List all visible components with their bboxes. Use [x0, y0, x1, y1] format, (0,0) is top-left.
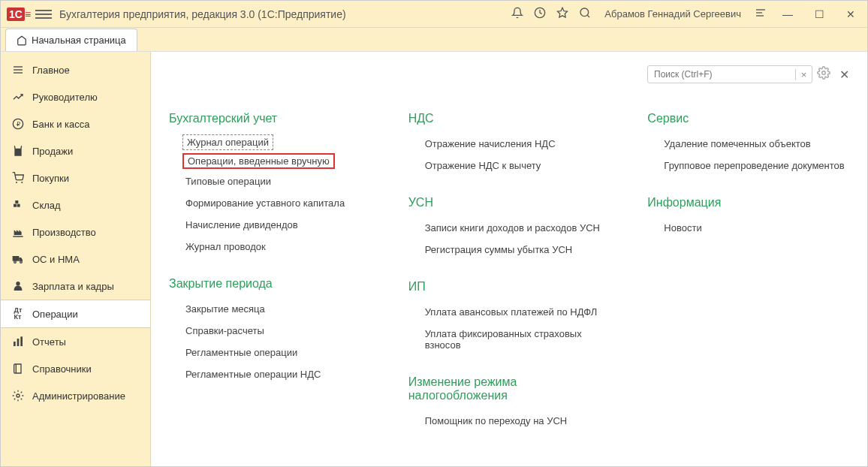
section-title: ИП — [408, 280, 610, 294]
logo-1c: 1C≡ — [7, 8, 31, 20]
sidebar-item-label: ОС и НМА — [32, 254, 80, 265]
bell-icon[interactable] — [511, 7, 523, 22]
sidebar-item-3[interactable]: Продажи — [1, 137, 150, 164]
svg-rect-23 — [20, 336, 23, 346]
factory-icon — [11, 225, 25, 239]
user-name[interactable]: Абрамов Геннадий Сергеевич — [604, 8, 741, 20]
books-icon — [11, 362, 25, 375]
menu-link[interactable]: Формирование уставного капитала — [169, 194, 345, 212]
svg-rect-15 — [17, 204, 20, 207]
sidebar-item-label: Администрирование — [32, 390, 125, 402]
sidebar-item-label: Операции — [32, 309, 78, 320]
sidebar-item-12[interactable]: Администрирование — [1, 382, 150, 409]
titlebar: 1C≡ Бухгалтерия предприятия, редакция 3.… — [1, 1, 867, 28]
sidebar-item-label: Главное — [32, 65, 70, 76]
menu-link[interactable]: Отражение НДС к вычету — [408, 156, 541, 175]
sidebar-item-4[interactable]: Покупки — [1, 164, 150, 191]
svg-line-3 — [587, 15, 589, 17]
section-title: НДС — [408, 112, 610, 125]
person-icon — [11, 279, 25, 293]
search-clear-button[interactable]: × — [795, 69, 812, 80]
cart-icon — [11, 171, 25, 185]
sidebar-item-label: Покупки — [32, 173, 69, 184]
sidebar-item-11[interactable]: Справочники — [1, 355, 150, 382]
section-title: УСН — [408, 196, 610, 209]
maximize-button[interactable]: ☐ — [809, 8, 830, 20]
menu-link[interactable]: Записи книги доходов и расходов УСН — [408, 218, 600, 237]
menu-link[interactable]: Справки-расчеты — [169, 321, 264, 340]
menu-link[interactable]: Типовые операции — [169, 172, 271, 191]
tab-label: Начальная страница — [32, 35, 126, 46]
menu-link[interactable]: Уплата фиксированных страховых взносов — [408, 324, 610, 354]
sidebar-item-0[interactable]: Главное — [1, 56, 150, 83]
minimize-button[interactable]: — — [777, 8, 798, 20]
sidebar-item-label: Справочники — [32, 363, 92, 375]
gear-icon — [11, 389, 25, 402]
menu-link[interactable]: Журнал операций — [182, 134, 273, 150]
dtkt-icon: ДтКт — [11, 307, 25, 321]
sidebar: ГлавноеРуководителю₽Банк и кассаПродажиП… — [1, 52, 151, 467]
content-area: × ✕ Бухгалтерский учетЖурнал операцийОпе… — [151, 52, 867, 467]
sidebar-item-label: Руководителю — [32, 92, 98, 103]
close-panel-button[interactable]: ✕ — [839, 68, 849, 82]
truck-icon — [11, 252, 25, 266]
tab-home[interactable]: Начальная страница — [5, 29, 137, 51]
svg-rect-22 — [17, 339, 20, 346]
svg-rect-16 — [15, 200, 18, 203]
sidebar-item-5[interactable]: Склад — [1, 191, 150, 218]
star-icon[interactable] — [556, 7, 568, 22]
sidebar-item-10[interactable]: Отчеты — [1, 328, 150, 355]
sidebar-item-6[interactable]: Производство — [1, 218, 150, 246]
history-icon[interactable] — [534, 7, 546, 22]
svg-marker-1 — [558, 8, 568, 17]
section-title: Закрытие периода — [169, 277, 371, 291]
sidebar-item-label: Продажи — [32, 146, 73, 157]
menu-link[interactable]: Помощник по переходу на УСН — [408, 411, 568, 430]
svg-point-25 — [17, 394, 20, 397]
sidebar-item-label: Склад — [32, 200, 61, 211]
menu-link[interactable]: Новости — [647, 218, 701, 237]
menu-link[interactable]: Удаление помеченных объектов — [647, 134, 810, 153]
column-0: Бухгалтерский учетЖурнал операцийОпераци… — [169, 109, 371, 433]
tab-bar: Начальная страница — [1, 28, 867, 52]
menu-link[interactable]: Журнал проводок — [169, 237, 266, 256]
svg-point-2 — [580, 8, 589, 17]
svg-point-19 — [20, 261, 23, 264]
menu-link[interactable]: Закрытие месяца — [169, 300, 265, 318]
svg-point-20 — [16, 282, 20, 285]
menu-link[interactable]: Регламентные операции — [169, 343, 297, 362]
column-1: НДСОтражение начисления НДСОтражение НДС… — [408, 109, 610, 433]
app-title: Бухгалтерия предприятия, редакция 3.0 (1… — [59, 8, 511, 20]
menu-link[interactable]: Регламентные операции НДС — [169, 365, 321, 384]
bag-icon — [11, 144, 25, 158]
search-box: × — [647, 65, 812, 83]
svg-point-12 — [16, 182, 17, 183]
sidebar-item-label: Производство — [32, 227, 96, 238]
panel-settings-icon[interactable] — [755, 7, 767, 22]
warehouse-icon — [11, 198, 25, 212]
sidebar-item-8[interactable]: Зарплата и кадры — [1, 273, 150, 300]
menu-link[interactable]: Начисление дивидендов — [169, 215, 298, 234]
column-2: СервисУдаление помеченных объектовГруппо… — [647, 109, 849, 433]
menu-link[interactable]: Отражение начисления НДС — [408, 134, 556, 153]
sidebar-item-label: Зарплата и кадры — [32, 281, 114, 292]
menu-icon[interactable] — [35, 6, 52, 23]
menu-icon — [11, 63, 25, 77]
sidebar-item-2[interactable]: ₽Банк и касса — [1, 110, 150, 137]
menu-link[interactable]: Операции, введенные вручную — [182, 153, 335, 169]
menu-link[interactable]: Регистрация суммы убытка УСН — [408, 240, 573, 259]
sidebar-item-7[interactable]: ОС и НМА — [1, 246, 150, 273]
gear-icon[interactable] — [817, 66, 830, 83]
menu-link[interactable]: Групповое перепроведение документов — [647, 156, 844, 175]
search-input[interactable] — [648, 69, 795, 80]
home-icon — [17, 35, 27, 46]
svg-point-13 — [21, 182, 23, 183]
close-button[interactable]: ✕ — [840, 8, 861, 20]
svg-point-18 — [14, 261, 17, 264]
sidebar-item-9[interactable]: ДтКтОперации — [1, 300, 150, 328]
sidebar-item-label: Банк и касса — [32, 119, 90, 130]
bars-icon — [11, 335, 25, 348]
sidebar-item-1[interactable]: Руководителю — [1, 83, 150, 110]
search-icon[interactable] — [579, 7, 591, 22]
menu-link[interactable]: Уплата авансовых платежей по НДФЛ — [408, 303, 598, 321]
